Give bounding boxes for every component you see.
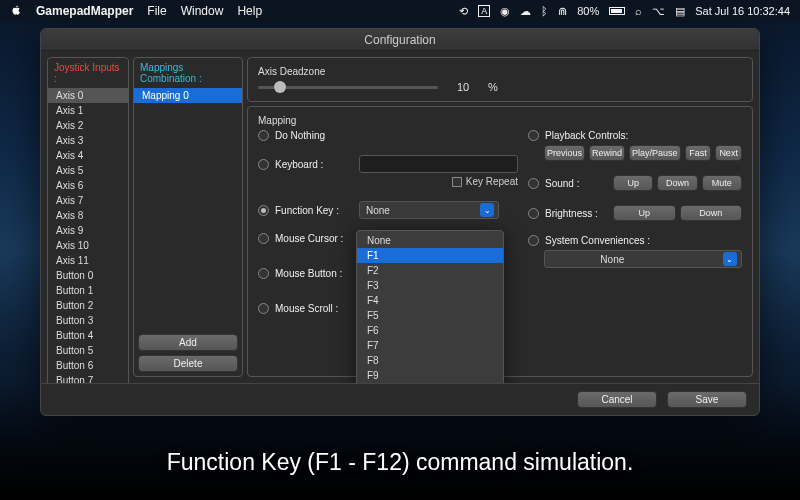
- dropdown-item[interactable]: F7: [357, 338, 503, 353]
- function-key-radio[interactable]: [258, 205, 269, 216]
- sound-button[interactable]: Down: [657, 175, 697, 191]
- app-name[interactable]: GamepadMapper: [36, 4, 133, 18]
- keyboard-radio[interactable]: [258, 159, 269, 170]
- battery-percent[interactable]: 80%: [577, 5, 599, 17]
- do-nothing-row[interactable]: Do Nothing: [258, 130, 518, 141]
- joystick-item[interactable]: Axis 2: [48, 118, 128, 133]
- joystick-item[interactable]: Axis 4: [48, 148, 128, 163]
- add-button[interactable]: Add: [138, 334, 238, 351]
- joystick-item[interactable]: Button 4: [48, 328, 128, 343]
- sound-label: Sound :: [545, 178, 607, 189]
- mapping-item[interactable]: Mapping 0: [134, 88, 242, 103]
- keyboard-input[interactable]: [359, 155, 518, 173]
- keyboard-row[interactable]: Keyboard :: [258, 155, 518, 173]
- sysconv-radio[interactable]: [528, 235, 539, 246]
- clock[interactable]: Sat Jul 16 10:32:44: [695, 5, 790, 17]
- function-key-select[interactable]: None ⌄: [359, 201, 499, 219]
- brightness-radio[interactable]: [528, 208, 539, 219]
- shield-icon[interactable]: ◉: [500, 5, 510, 18]
- dropdown-item[interactable]: F2: [357, 263, 503, 278]
- deadzone-slider[interactable]: [258, 86, 438, 89]
- cloud-icon[interactable]: ☁: [520, 5, 531, 18]
- sound-button[interactable]: Mute: [702, 175, 742, 191]
- control-center-icon[interactable]: ⌥: [652, 5, 665, 18]
- brightness-button[interactable]: Up: [613, 205, 676, 221]
- joystick-item[interactable]: Axis 11: [48, 253, 128, 268]
- config-area: Axis Deadzone 10 % Mapping Do Nothing: [247, 57, 753, 377]
- window-titlebar[interactable]: Configuration: [41, 29, 759, 51]
- sound-radio[interactable]: [528, 178, 539, 189]
- joystick-item[interactable]: Axis 3: [48, 133, 128, 148]
- do-nothing-radio[interactable]: [258, 130, 269, 141]
- menu-file[interactable]: File: [147, 4, 166, 18]
- mouse-scroll-radio[interactable]: [258, 303, 269, 314]
- menubar-left: GamepadMapper File Window Help: [10, 4, 262, 19]
- input-icon[interactable]: A: [478, 5, 490, 17]
- joystick-item[interactable]: Button 3: [48, 313, 128, 328]
- playback-radio[interactable]: [528, 130, 539, 141]
- menu-help[interactable]: Help: [237, 4, 262, 18]
- dropdown-item[interactable]: None: [357, 233, 503, 248]
- bluetooth-icon[interactable]: ᛒ: [541, 5, 548, 17]
- playback-button[interactable]: Play/Pause: [629, 145, 681, 161]
- joystick-inputs-list[interactable]: Axis 0Axis 1Axis 2Axis 3Axis 4Axis 5Axis…: [48, 88, 128, 383]
- joystick-item[interactable]: Axis 5: [48, 163, 128, 178]
- playback-button[interactable]: Fast: [685, 145, 712, 161]
- joystick-item[interactable]: Axis 10: [48, 238, 128, 253]
- function-key-label: Function Key :: [275, 205, 353, 216]
- battery-icon[interactable]: [609, 7, 625, 15]
- playback-button[interactable]: Rewind: [589, 145, 625, 161]
- slider-thumb[interactable]: [274, 81, 286, 93]
- notification-icon[interactable]: ▤: [675, 5, 685, 18]
- joystick-item[interactable]: Axis 9: [48, 223, 128, 238]
- joystick-item[interactable]: Axis 1: [48, 103, 128, 118]
- playback-section: Playback Controls: PreviousRewindPlay/Pa…: [528, 130, 742, 161]
- sysconv-section: System Conveniences : None ⌄: [528, 235, 742, 268]
- function-key-row[interactable]: Function Key : None ⌄: [258, 201, 518, 219]
- mouse-cursor-radio[interactable]: [258, 233, 269, 244]
- joystick-item[interactable]: Button 7: [48, 373, 128, 383]
- playback-button[interactable]: Previous: [544, 145, 585, 161]
- caption-text: Function Key (F1 - F12) command simulati…: [0, 449, 800, 476]
- playback-button[interactable]: Next: [715, 145, 742, 161]
- dropdown-item[interactable]: F1: [357, 248, 503, 263]
- dropdown-item[interactable]: F3: [357, 278, 503, 293]
- joystick-item[interactable]: Button 5: [48, 343, 128, 358]
- dropdown-item[interactable]: F6: [357, 323, 503, 338]
- save-button[interactable]: Save: [667, 391, 747, 408]
- joystick-item[interactable]: Axis 7: [48, 193, 128, 208]
- deadzone-value: 10: [448, 81, 478, 93]
- key-repeat-row[interactable]: Key Repeat: [258, 176, 518, 187]
- sysconv-select[interactable]: None ⌄: [544, 250, 742, 268]
- history-icon[interactable]: ⟲: [459, 5, 468, 18]
- sysconv-label: System Conveniences :: [545, 235, 650, 246]
- menubar: GamepadMapper File Window Help ⟲ A ◉ ☁ ᛒ…: [0, 0, 800, 22]
- menubar-right: ⟲ A ◉ ☁ ᛒ ⋒ 80% ⌕ ⌥ ▤ Sat Jul 16 10:32:4…: [459, 5, 790, 18]
- joystick-item[interactable]: Button 0: [48, 268, 128, 283]
- joystick-item[interactable]: Axis 8: [48, 208, 128, 223]
- joystick-item[interactable]: Button 1: [48, 283, 128, 298]
- sound-button[interactable]: Up: [613, 175, 653, 191]
- function-key-dropdown[interactable]: NoneF1F2F3F4F5F6F7F8F9F10F11F12: [356, 230, 504, 383]
- mouse-button-label: Mouse Button :: [275, 268, 353, 279]
- dropdown-item[interactable]: F9: [357, 368, 503, 383]
- sound-section: Sound : UpDownMute: [528, 175, 742, 191]
- joystick-item[interactable]: Axis 6: [48, 178, 128, 193]
- cancel-button[interactable]: Cancel: [577, 391, 657, 408]
- dropdown-item[interactable]: F8: [357, 353, 503, 368]
- delete-button[interactable]: Delete: [138, 355, 238, 372]
- wifi-icon[interactable]: ⋒: [558, 5, 567, 18]
- menu-window[interactable]: Window: [181, 4, 224, 18]
- search-icon[interactable]: ⌕: [635, 5, 642, 17]
- brightness-button[interactable]: Down: [680, 205, 743, 221]
- dropdown-item[interactable]: F5: [357, 308, 503, 323]
- key-repeat-checkbox[interactable]: [452, 177, 462, 187]
- brightness-section: Brightness : UpDown: [528, 205, 742, 221]
- joystick-item[interactable]: Button 2: [48, 298, 128, 313]
- mappings-list[interactable]: Mapping 0: [134, 88, 242, 330]
- dropdown-item[interactable]: F4: [357, 293, 503, 308]
- joystick-item[interactable]: Axis 0: [48, 88, 128, 103]
- mouse-button-radio[interactable]: [258, 268, 269, 279]
- joystick-item[interactable]: Button 6: [48, 358, 128, 373]
- apple-logo-icon[interactable]: [10, 4, 22, 19]
